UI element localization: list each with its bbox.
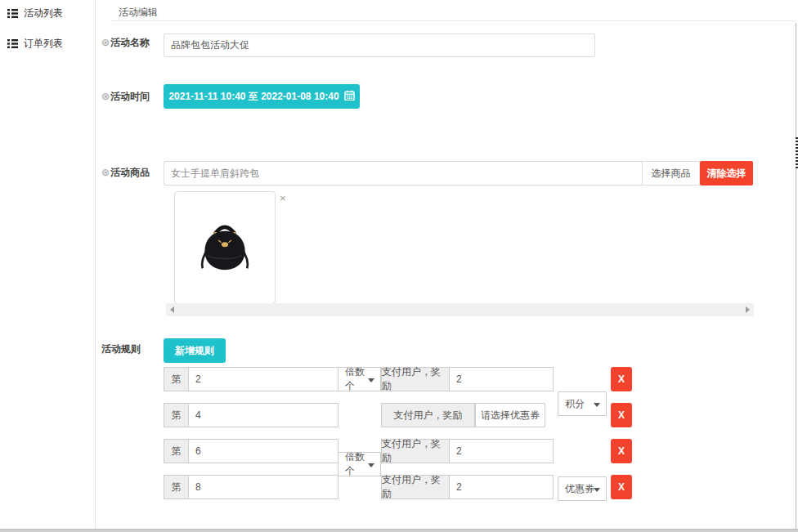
activity-goods-label: ⊛活动商品 <box>101 166 150 180</box>
delete-rule-button[interactable]: X <box>611 367 632 391</box>
rule-unit-select[interactable]: 倍数个 <box>338 367 381 391</box>
scroll-right-icon[interactable] <box>746 306 750 313</box>
rule-multiple-input[interactable] <box>188 475 338 499</box>
calendar-icon <box>344 90 355 103</box>
rule-prefix: 第 <box>164 439 189 463</box>
required-marker: ⊛ <box>101 167 110 178</box>
rule-reward-label: 支付用户，奖励 <box>381 403 475 427</box>
activity-time-button[interactable]: 2021-11-11 10:40 至 2022-01-08 10:40 <box>164 84 360 109</box>
rule-reward-label: 支付用户，奖励 <box>381 475 450 499</box>
rule-type-select[interactable]: 积分 <box>558 391 607 416</box>
rule-row: 第 倍数个 支付用户，奖励 余额 X <box>0 98 798 147</box>
sidebar-item-label: 订单列表 <box>24 37 63 51</box>
caret-down-icon <box>368 463 374 467</box>
rule-reward-label: 支付用户，奖励 <box>381 439 450 463</box>
activity-time-label: ⊛活动时间 <box>101 90 150 104</box>
admin-page: 活动列表 订单列表 活动编辑 ⊛活动名称 ⊛活动时间 2021-11-1 <box>0 0 798 532</box>
product-image <box>189 211 261 285</box>
rule-reward-label: 支付用户，奖励 <box>381 367 450 391</box>
required-marker: ⊛ <box>101 91 110 102</box>
delete-rule-button[interactable]: X <box>611 403 632 427</box>
rule-prefix: 第 <box>164 403 189 427</box>
activity-rules-label: 活动规则 <box>101 342 141 356</box>
delete-rule-button[interactable]: X <box>611 439 632 463</box>
required-marker: ⊛ <box>101 37 110 48</box>
caret-down-icon <box>368 378 374 382</box>
rule-multiple-input[interactable] <box>188 439 338 463</box>
sidebar-item-label: 活动列表 <box>24 7 63 20</box>
caret-down-icon <box>594 403 600 407</box>
delete-rule-button[interactable]: X <box>611 475 632 499</box>
rule-reward-input[interactable] <box>449 367 554 391</box>
activity-name-input[interactable] <box>164 34 595 57</box>
horizontal-scrollbar[interactable] <box>166 303 754 316</box>
rule-prefix: 第 <box>164 475 189 499</box>
scroll-left-icon[interactable] <box>170 306 174 313</box>
tab-activity-edit[interactable]: 活动编辑 <box>119 6 158 20</box>
list-icon <box>7 9 18 18</box>
rule-unit-select[interactable]: 倍数个 <box>338 452 381 476</box>
select-coupon-button[interactable]: 请选择优惠券 <box>475 403 545 427</box>
rule-reward-input[interactable] <box>449 439 554 463</box>
remove-product-icon[interactable]: × <box>280 193 286 203</box>
activity-goods-input[interactable] <box>164 161 643 186</box>
tab-divider <box>110 20 796 21</box>
rule-multiple-input[interactable] <box>188 367 338 391</box>
activity-time-value: 2021-11-11 10:40 至 2022-01-08 10:40 <box>168 90 338 104</box>
list-icon <box>7 39 18 48</box>
clear-selection-button[interactable]: 清除选择 <box>700 161 753 186</box>
bottom-scrollbar[interactable] <box>0 529 798 532</box>
rule-type-select[interactable]: 优惠券 <box>558 476 607 501</box>
sidebar: 活动列表 订单列表 <box>0 0 96 529</box>
rule-multiple-input[interactable] <box>188 403 338 427</box>
select-goods-button[interactable]: 选择商品 <box>642 161 700 186</box>
activity-name-label: ⊛活动名称 <box>101 36 150 50</box>
rule-reward-input[interactable] <box>449 475 554 499</box>
content-right-border <box>796 23 796 529</box>
caret-down-icon <box>594 488 600 492</box>
add-rule-button[interactable]: 新增规则 <box>164 338 226 363</box>
sidebar-item-activity-list[interactable]: 活动列表 <box>7 7 63 20</box>
sidebar-item-order-list[interactable]: 订单列表 <box>7 37 63 51</box>
product-card <box>174 191 276 304</box>
rule-prefix: 第 <box>164 367 189 391</box>
